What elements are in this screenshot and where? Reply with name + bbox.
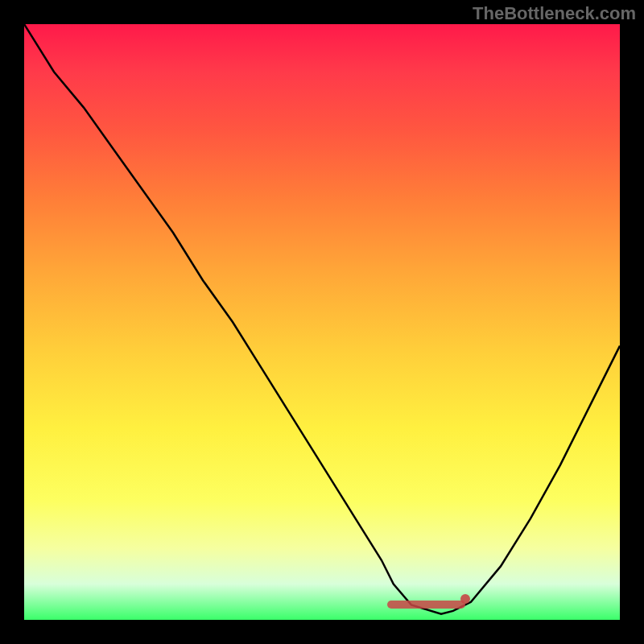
optimal-point-marker: [460, 594, 470, 604]
chart-plot-area: [24, 24, 620, 620]
bottleneck-curve: [24, 24, 620, 620]
optimal-range-marker: [387, 601, 464, 609]
watermark-text: TheBottleneck.com: [473, 3, 636, 24]
